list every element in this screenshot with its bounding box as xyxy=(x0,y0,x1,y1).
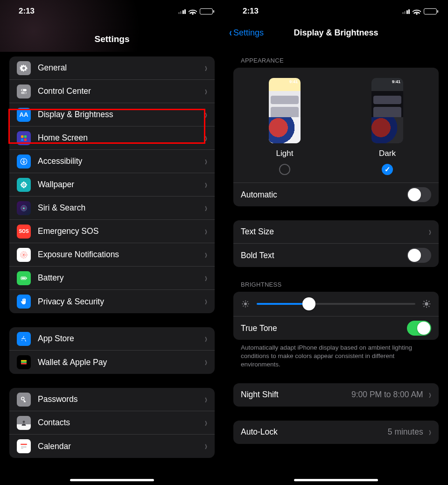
sun-small-icon xyxy=(241,299,250,309)
settings-group: Passwords › Contacts › Calendar › xyxy=(9,388,215,458)
home-indicator xyxy=(70,479,154,481)
svg-point-41 xyxy=(23,447,24,448)
sun-large-icon xyxy=(422,299,431,309)
svg-point-44 xyxy=(21,448,22,449)
true-tone-toggle[interactable] xyxy=(407,321,431,336)
chevron-right-icon: › xyxy=(429,225,431,239)
svg-rect-6 xyxy=(21,138,23,141)
chevron-right-icon: › xyxy=(205,84,207,98)
nav-bar: ‹ Settings Display & Brightness xyxy=(224,22,448,43)
back-label: Settings xyxy=(233,28,264,38)
bold-text-row[interactable]: Bold Text xyxy=(233,244,439,267)
settings-row-battery[interactable]: Battery › xyxy=(9,267,215,290)
chevron-right-icon: › xyxy=(205,416,207,429)
chevron-right-icon: › xyxy=(205,295,207,309)
row-label: Emergency SOS xyxy=(38,226,203,236)
row-label: Text Size xyxy=(241,227,427,237)
wallet-icon xyxy=(17,355,31,369)
chevron-right-icon: › xyxy=(205,178,207,191)
svg-point-31 xyxy=(21,397,24,400)
svg-rect-4 xyxy=(21,135,23,138)
cellular-icon xyxy=(402,8,410,14)
row-detail: 9:00 PM to 8:00 AM xyxy=(351,390,423,400)
svg-line-51 xyxy=(243,302,244,302)
svg-point-21 xyxy=(23,207,25,209)
exposure-icon xyxy=(17,248,31,262)
dark-preview: 9:41 xyxy=(371,78,403,143)
row-detail: 5 minutes xyxy=(388,427,423,437)
brightness-slider[interactable] xyxy=(233,292,439,316)
row-label: Calendar xyxy=(38,442,203,451)
chevron-right-icon: › xyxy=(429,425,431,439)
row-label: Passwords xyxy=(38,394,203,404)
settings-row-control-center[interactable]: Control Center › xyxy=(9,80,215,103)
status-icons xyxy=(178,8,213,14)
settings-row-wallet[interactable]: Wallet & Apple Pay › xyxy=(9,351,215,374)
settings-row-accessibility[interactable]: Accessibility › xyxy=(9,150,215,173)
svg-point-14 xyxy=(25,184,27,185)
switches-icon xyxy=(17,84,31,98)
status-icons xyxy=(402,8,437,14)
svg-point-35 xyxy=(22,446,23,446)
automatic-toggle[interactable] xyxy=(407,187,431,202)
auto-lock-row[interactable]: Auto-Lock 5 minutes › xyxy=(233,421,439,444)
automatic-row[interactable]: Automatic xyxy=(233,183,439,206)
settings-root-screen: 2:13 Settings General › Control Center › xyxy=(0,0,224,485)
settings-row-general[interactable]: General › xyxy=(9,56,215,80)
settings-row-wallpaper[interactable]: Wallpaper › xyxy=(9,173,215,197)
bold-text-toggle[interactable] xyxy=(407,248,431,263)
chevron-right-icon: › xyxy=(205,201,207,215)
settings-row-sos[interactable]: SOS Emergency SOS › xyxy=(9,220,215,243)
svg-rect-27 xyxy=(22,277,26,279)
chevron-right-icon: › xyxy=(205,155,207,168)
svg-point-39 xyxy=(21,447,22,448)
section-header-brightness: BRIGHTNESS xyxy=(233,281,439,292)
chevron-right-icon: › xyxy=(205,393,207,406)
night-shift-row[interactable]: Night Shift 9:00 PM to 8:00 AM › xyxy=(233,383,439,407)
settings-row-contacts[interactable]: Contacts › xyxy=(9,411,215,435)
svg-point-24 xyxy=(23,254,25,255)
svg-line-54 xyxy=(247,302,248,302)
settings-row-calendar[interactable]: Calendar › xyxy=(9,435,215,458)
auto-lock-card: Auto-Lock 5 minutes › xyxy=(233,421,439,444)
text-size-row[interactable]: Text Size › xyxy=(233,220,439,244)
chevron-left-icon: ‹ xyxy=(229,27,232,38)
sos-icon: SOS xyxy=(17,225,31,239)
svg-line-52 xyxy=(247,306,248,307)
text-size-icon: AA xyxy=(17,108,31,122)
wifi-icon xyxy=(413,8,421,14)
gear-icon xyxy=(17,61,31,75)
svg-point-3 xyxy=(24,92,26,93)
slider-knob[interactable] xyxy=(302,297,315,310)
row-label: Battery xyxy=(38,273,203,283)
settings-row-home-screen[interactable]: Home Screen › xyxy=(9,127,215,150)
slider-track[interactable] xyxy=(257,303,415,305)
radio-checked-icon xyxy=(382,164,393,175)
row-label: Contacts xyxy=(38,418,203,428)
settings-row-privacy[interactable]: Privacy & Security › xyxy=(9,290,215,313)
option-label: Light xyxy=(276,149,294,158)
chevron-right-icon: › xyxy=(205,108,207,121)
chevron-right-icon: › xyxy=(205,131,207,145)
appearance-option-light[interactable]: 9:41 Light xyxy=(269,78,301,175)
true-tone-row[interactable]: True Tone xyxy=(233,316,439,340)
settings-row-exposure[interactable]: Exposure Notifications › xyxy=(9,243,215,267)
svg-rect-30 xyxy=(21,363,27,365)
settings-row-siri[interactable]: Siri & Search › xyxy=(9,197,215,220)
battery-icon xyxy=(17,271,31,285)
svg-point-55 xyxy=(425,302,428,306)
home-indicator xyxy=(294,479,378,481)
chevron-right-icon: › xyxy=(205,225,207,238)
settings-row-passwords[interactable]: Passwords › xyxy=(9,388,215,411)
svg-rect-5 xyxy=(24,135,27,138)
chevron-right-icon: › xyxy=(205,440,207,453)
back-button[interactable]: ‹ Settings xyxy=(229,27,264,38)
settings-row-display-brightness[interactable]: AA Display & Brightness › xyxy=(9,103,215,127)
row-label: Bold Text xyxy=(241,251,407,260)
appearance-option-dark[interactable]: 9:41 Dark xyxy=(371,78,403,175)
settings-row-app-store[interactable]: App Store › xyxy=(9,327,215,351)
svg-point-11 xyxy=(23,181,24,183)
row-label: Privacy & Security xyxy=(38,297,203,307)
battery-icon xyxy=(424,8,437,14)
row-label: Automatic xyxy=(241,190,407,200)
